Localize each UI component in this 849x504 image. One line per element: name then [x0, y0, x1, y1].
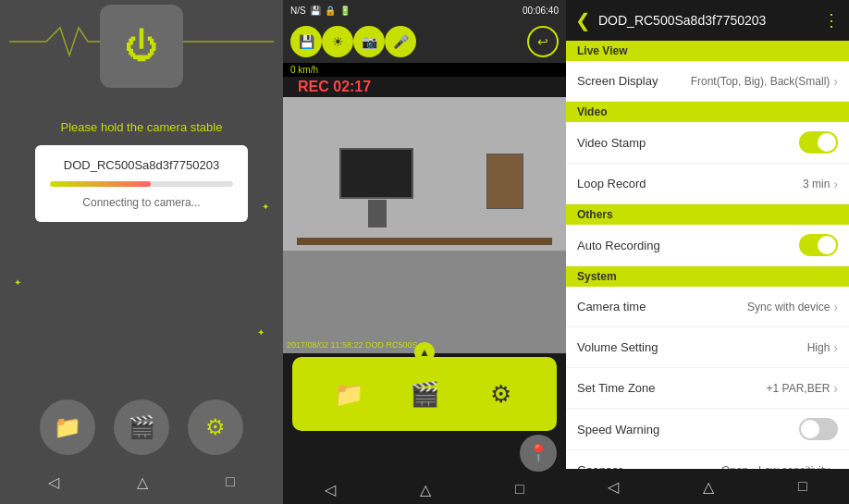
monitor	[339, 148, 413, 199]
panel-recording: N/S 💾 🔒 🔋 00:06:40 💾 ☀ 📷 🎤 ↩ 0 km/h REC …	[283, 0, 566, 504]
settings-icon-btn[interactable]: ⚙	[188, 400, 243, 455]
nav-bar-3: ◁ △ □	[566, 469, 849, 504]
camera-time-label: Camera time	[577, 300, 646, 313]
settings-ctrl-icon[interactable]: ⚙	[476, 370, 524, 418]
status-right: 00:06:40	[523, 6, 559, 16]
progress-bar-fill	[50, 181, 151, 187]
back-arrow-icon[interactable]: ❮	[575, 9, 591, 31]
section-others: Others	[566, 204, 849, 225]
settings-list: Live View Screen Display Front(Top, Big)…	[566, 41, 849, 469]
home-nav-icon[interactable]: △	[137, 473, 148, 491]
gsensor-item[interactable]: Gsensor Open - Low sensitivity ›	[566, 450, 849, 469]
status-bar-2: N/S 💾 🔒 🔋 00:06:40	[283, 0, 566, 20]
auto-recording-toggle[interactable]	[799, 234, 838, 256]
status-left: N/S 💾 🔒 🔋	[290, 6, 351, 16]
camera-btn[interactable]: 📷	[353, 26, 385, 57]
auto-recording-label: Auto Recording	[577, 239, 660, 252]
device-name: DOD_RC500Sa8d3f7750203	[64, 158, 219, 172]
home-nav-3[interactable]: △	[703, 478, 714, 496]
toolbar-2: 💾 ☀ 📷 🎤 ↩	[283, 20, 566, 63]
mic-btn[interactable]: 🎤	[385, 26, 416, 57]
chevron-loop-record: ›	[833, 177, 838, 191]
camera-power-icon: ⏻	[125, 27, 158, 66]
folder-icon: 📁	[54, 414, 81, 440]
speed-warning-toggle[interactable]	[799, 418, 838, 440]
loop-record-value: 3 min ›	[803, 177, 838, 191]
section-video: Video	[566, 102, 849, 122]
speed-warning-label: Speed Warning	[577, 423, 659, 436]
back-nav-icon[interactable]: ◁	[48, 473, 59, 491]
video-stamp-item[interactable]: Video Stamp	[566, 122, 849, 164]
stable-text: Please hold the camera stable	[35, 120, 248, 134]
video-stamp-toggle[interactable]	[799, 131, 838, 154]
location-status: N/S	[290, 6, 306, 16]
progress-bar	[50, 181, 233, 187]
auto-recording-item[interactable]: Auto Recording	[566, 225, 849, 266]
cabinet	[486, 154, 523, 209]
back-btn-toolbar[interactable]: ↩	[527, 26, 559, 57]
rec-timer: REC 02:17	[290, 77, 378, 96]
screen-display-item[interactable]: Screen Display Front(Top, Big), Back(Sma…	[566, 61, 849, 102]
object1	[368, 200, 387, 227]
sparkle-icon: ✦	[14, 277, 21, 288]
connect-box: DOD_RC500Sa8d3f7750203 Connecting to cam…	[35, 145, 248, 222]
battery-icon: 🔋	[339, 6, 351, 16]
office-sim	[283, 97, 566, 353]
loop-record-item[interactable]: Loop Record 3 min ›	[566, 164, 849, 204]
sd-icon: 💾	[310, 6, 321, 16]
set-time-zone-item[interactable]: Set Time Zone +1 PAR,BER ›	[566, 368, 849, 409]
chevron-time-zone: ›	[833, 381, 838, 396]
video-icon-btn[interactable]: 🎬	[114, 400, 169, 455]
volume-value: High ›	[807, 340, 838, 355]
panel1-top: ⏻ Please hold the camera stable DOD_RC50…	[9, 18, 274, 222]
floor	[283, 251, 566, 353]
set-time-zone-label: Set Time Zone	[577, 381, 656, 395]
screen-display-value: Front(Top, Big), Back(Small) ›	[691, 74, 838, 89]
camera-time-value: Sync with device ›	[747, 300, 838, 314]
controls-wrapper: ▲ 📁 🎬 ⚙	[283, 353, 566, 435]
video-ctrl-icon[interactable]: 🎬	[400, 370, 449, 418]
panel-connecting: ⏻ Please hold the camera stable DOD_RC50…	[0, 0, 283, 504]
video-icon: 🎬	[128, 414, 155, 440]
square-nav-2[interactable]: □	[515, 481, 524, 498]
chevron-camera-time: ›	[833, 300, 838, 314]
bottom-icons-row: 📁 🎬 ⚙	[40, 400, 243, 455]
video-timestamp: 2017/08/02 11:58:22 DOD RC500S	[287, 340, 418, 350]
sd-card-btn[interactable]: 💾	[290, 26, 322, 57]
screen-display-label: Screen Display	[577, 74, 658, 88]
video-preview: 2017/08/02 11:58:22 DOD RC500S	[283, 97, 566, 353]
folder-ctrl-icon[interactable]: 📁	[325, 370, 373, 418]
volume-setting-item[interactable]: Volume Setting High ›	[566, 327, 849, 368]
time-zone-value: +1 PAR,BER ›	[767, 381, 838, 396]
video-stamp-label: Video Stamp	[577, 136, 646, 150]
video-controls: 📁 🎬 ⚙	[292, 357, 557, 431]
sparkle-icon: ✦	[262, 202, 269, 212]
sparkle-icon: ✦	[257, 327, 265, 338]
panel-settings: ❮ DOD_RC500Sa8d3f7750203 ⋮ Live View Scr…	[566, 0, 849, 504]
panel1-bottom: 📁 🎬 ⚙ ◁ △ □	[9, 400, 274, 497]
brightness-btn[interactable]: ☀	[322, 26, 353, 57]
settings-header: ❮ DOD_RC500Sa8d3f7750203 ⋮	[566, 0, 849, 41]
menu-dots-icon[interactable]: ⋮	[823, 10, 840, 31]
settings-icon: ⚙	[205, 414, 226, 440]
back-nav-2[interactable]: ◁	[325, 481, 336, 498]
gps-icon-btn[interactable]: 📍	[520, 435, 557, 472]
camera-time-item[interactable]: Camera time Sync with device ›	[566, 287, 849, 327]
square-nav-icon[interactable]: □	[226, 473, 235, 491]
folder-icon-btn[interactable]: 📁	[40, 400, 95, 455]
expand-btn[interactable]: ▲	[414, 342, 435, 363]
speed-warning-item[interactable]: Speed Warning	[566, 409, 849, 450]
gps-row: 📍	[283, 435, 566, 475]
settings-title: DOD_RC500Sa8d3f7750203	[598, 13, 816, 28]
section-system: System	[566, 266, 849, 287]
section-live-view: Live View	[566, 41, 849, 61]
nav-bar-1: ◁ △ □	[9, 468, 274, 497]
home-nav-2[interactable]: △	[420, 481, 431, 498]
desk-surface	[297, 238, 551, 245]
chevron-screen-display: ›	[833, 74, 838, 89]
back-nav-3[interactable]: ◁	[608, 478, 619, 496]
speed-value: 0 km/h	[290, 65, 318, 75]
square-nav-3[interactable]: □	[798, 478, 807, 495]
loop-record-label: Loop Record	[577, 177, 646, 191]
speed-bar: 0 km/h	[283, 63, 566, 77]
